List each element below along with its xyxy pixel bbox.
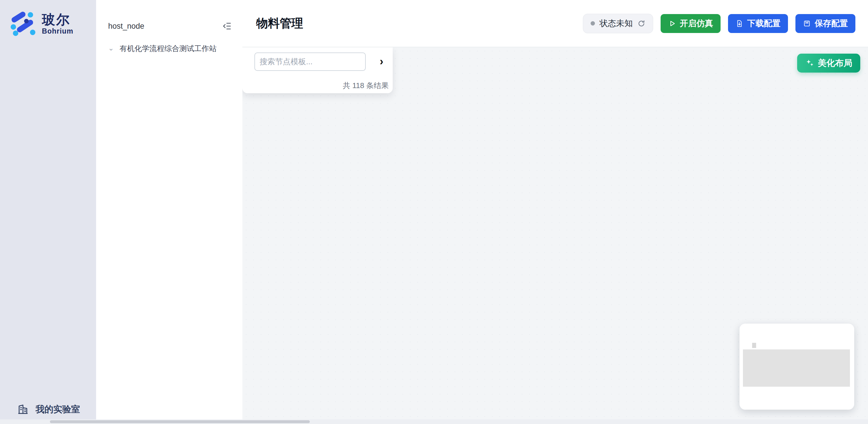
status-dot-icon — [591, 21, 595, 26]
minimap-node — [752, 343, 756, 348]
page-title: 物料管理 — [256, 16, 303, 31]
sidebar-footer-label: 我的实验室 — [36, 403, 80, 415]
tree-root-label: 有机化学流程综合测试工作站 — [120, 43, 217, 54]
sidebar-item-my-lab[interactable]: 我的实验室 — [0, 403, 80, 415]
tree-root-item[interactable]: ⌄ 有机化学流程综合测试工作站 — [96, 31, 242, 54]
chevron-down-icon[interactable]: ⌄ — [108, 44, 114, 52]
search-expand-chevron-icon[interactable]: › — [375, 55, 388, 68]
app-window: 玻尔 Bohrium 我的实验室 host_node ⌄ 有机化学流程综合测试工… — [0, 0, 868, 424]
refresh-icon[interactable] — [638, 20, 645, 28]
play-icon — [668, 20, 676, 28]
bohrium-logo-icon — [10, 10, 37, 37]
lab-building-icon — [17, 404, 29, 415]
main-area: 物料管理 状态未知 开启仿真 下载配置 — [242, 0, 868, 424]
search-result-count: 共 118 条结果 — [343, 81, 389, 91]
save-icon — [803, 20, 811, 28]
sidebar: 玻尔 Bohrium 我的实验室 — [0, 0, 96, 424]
status-badge: 状态未知 — [583, 14, 653, 33]
flow-canvas[interactable]: › 共 118 条结果 美化布局 — [242, 47, 868, 424]
tree-panel: host_node ⌄ 有机化学流程综合测试工作站 — [96, 0, 242, 424]
minimap-viewport[interactable] — [743, 350, 850, 387]
brand-name-en: Bohrium — [42, 27, 73, 35]
save-config-button[interactable]: 保存配置 — [796, 14, 856, 33]
collapse-panel-icon[interactable] — [222, 21, 232, 31]
topbar: 物料管理 状态未知 开启仿真 下载配置 — [242, 0, 868, 47]
search-input[interactable] — [254, 53, 366, 71]
brand-name-zh: 玻尔 — [42, 12, 73, 27]
brand-logo: 玻尔 Bohrium — [0, 0, 96, 37]
download-config-button[interactable]: 下载配置 — [728, 14, 788, 33]
download-icon — [736, 20, 744, 28]
horizontal-scrollbar — [0, 419, 868, 424]
horizontal-scrollbar-thumb[interactable] — [50, 420, 310, 423]
beautify-layout-button[interactable]: 美化布局 — [797, 54, 860, 72]
minimap[interactable] — [740, 324, 854, 410]
status-label: 状态未知 — [599, 18, 633, 29]
node-template-search-card: › 共 118 条结果 — [242, 47, 393, 93]
tree-title: host_node — [108, 22, 144, 31]
sparkles-icon — [805, 59, 814, 68]
start-simulation-button[interactable]: 开启仿真 — [661, 14, 720, 33]
